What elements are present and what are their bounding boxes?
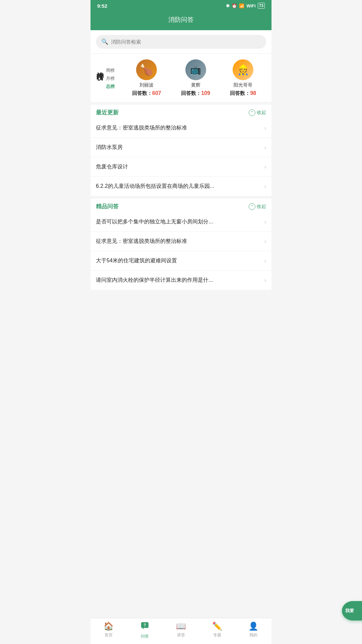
user-count-2: 回答数：109 bbox=[181, 90, 210, 97]
ranking-users: 🍗 刘丽波 回答数：607 📺 黄辉 回答数：109 👷 阳光哥哥 回答数：98 bbox=[122, 59, 266, 97]
premium-collapse-btn[interactable]: ⌃ 收起 bbox=[249, 203, 266, 210]
recent-item-1[interactable]: 征求意见：密室逃脱类场所的整治标准 › bbox=[90, 118, 272, 138]
user-name-2: 黄辉 bbox=[191, 82, 200, 88]
chevron-icon-p2: › bbox=[264, 238, 266, 245]
ranking-section: 排行榜 周榜 月榜 总榜 🍗 刘丽波 回答数：607 📺 黄辉 回答数：109 bbox=[90, 54, 272, 102]
ranking-user-3[interactable]: 👷 阳光哥哥 回答数：98 bbox=[230, 59, 256, 97]
tab-weekly[interactable]: 周榜 bbox=[106, 67, 115, 74]
ranking-user-1[interactable]: 🍗 刘丽波 回答数：607 bbox=[132, 59, 161, 97]
premium-title: 精品问答 bbox=[96, 203, 119, 210]
recent-collapse-btn[interactable]: ⌃ 收起 bbox=[249, 109, 266, 116]
wifi-icon: WiFi bbox=[246, 3, 255, 8]
premium-item-3-text: 大于54米的住宅建筑的避难间设置 bbox=[96, 257, 262, 264]
user-count-1: 回答数：607 bbox=[132, 90, 161, 97]
recent-item-2-text: 消防水泵房 bbox=[96, 144, 262, 151]
recent-collapse-label: 收起 bbox=[257, 110, 266, 116]
recent-title: 最近更新 bbox=[96, 109, 119, 116]
recent-section-header: 最近更新 ⌃ 收起 bbox=[90, 105, 272, 118]
alarm-icon: ⏰ bbox=[232, 3, 237, 8]
chevron-icon-3: › bbox=[264, 164, 266, 170]
recent-list: 征求意见：密室逃脱类场所的整治标准 › 消防水泵房 › 危废仓库设计 › 6.2… bbox=[90, 118, 272, 196]
status-time: 9:52 bbox=[97, 3, 107, 9]
ranking-big-title: 排行榜 bbox=[96, 66, 105, 68]
premium-collapse-icon: ⌃ bbox=[249, 203, 255, 210]
user-count-3: 回答数：98 bbox=[230, 90, 256, 97]
recent-item-3[interactable]: 危废仓库设计 › bbox=[90, 157, 272, 177]
ranking-left: 排行榜 周榜 月榜 总榜 bbox=[96, 66, 115, 90]
battery-icon: 73 bbox=[258, 3, 265, 9]
status-icons: ✱ ⏰ 📶 WiFi 73 bbox=[226, 3, 265, 9]
chevron-icon-p3: › bbox=[264, 258, 266, 264]
chevron-icon-p4: › bbox=[264, 277, 266, 283]
page-title: 消防问答 bbox=[168, 16, 194, 23]
premium-item-4-text: 请问室内消火栓的保护半径计算出来的作用是什... bbox=[96, 277, 262, 284]
premium-collapse-label: 收起 bbox=[257, 204, 266, 210]
recent-item-1-text: 征求意见：密室逃脱类场所的整治标准 bbox=[96, 124, 262, 131]
search-bar[interactable]: 🔍 bbox=[96, 35, 266, 49]
ranking-tabs: 周榜 月榜 总榜 bbox=[106, 66, 115, 90]
chevron-icon-p1: › bbox=[264, 219, 266, 225]
chevron-icon-4: › bbox=[264, 183, 266, 190]
premium-item-4[interactable]: 请问室内消火栓的保护半径计算出来的作用是什... › bbox=[90, 271, 272, 290]
premium-section-header: 精品问答 ⌃ 收起 bbox=[90, 199, 272, 212]
tab-total[interactable]: 总榜 bbox=[106, 83, 115, 90]
user-avatar-3: 👷 bbox=[233, 59, 253, 80]
user-name-3: 阳光哥哥 bbox=[234, 82, 252, 88]
recent-item-4[interactable]: 6.2.2的儿童活动场所包括设置在商场的儿童乐园... › bbox=[90, 177, 272, 196]
chevron-icon-2: › bbox=[264, 145, 266, 151]
chevron-icon-1: › bbox=[264, 125, 266, 131]
premium-item-1-text: 是否可以把多个集中的独立地上无窗小房间划分... bbox=[96, 218, 262, 225]
search-container: 🔍 bbox=[90, 30, 272, 53]
recent-collapse-icon: ⌃ bbox=[249, 109, 255, 116]
premium-item-3[interactable]: 大于54米的住宅建筑的避难间设置 › bbox=[90, 251, 272, 271]
user-name-1: 刘丽波 bbox=[139, 82, 154, 88]
premium-item-2-text: 征求意见：密室逃脱类场所的整治标准 bbox=[96, 238, 262, 245]
bluetooth-icon: ✱ bbox=[226, 3, 230, 8]
status-bar: 9:52 ✱ ⏰ 📶 WiFi 73 bbox=[90, 0, 272, 11]
recent-item-2[interactable]: 消防水泵房 › bbox=[90, 138, 272, 157]
signal-icon: 📶 bbox=[239, 3, 244, 8]
recent-item-3-text: 危废仓库设计 bbox=[96, 163, 262, 170]
user-avatar-1: 🍗 bbox=[136, 59, 157, 80]
search-icon: 🔍 bbox=[101, 38, 108, 45]
recent-item-4-text: 6.2.2的儿童活动场所包括设置在商场的儿童乐园... bbox=[96, 183, 262, 190]
tab-monthly[interactable]: 月榜 bbox=[106, 75, 115, 82]
page-header: 消防问答 bbox=[90, 11, 272, 30]
search-input[interactable] bbox=[111, 39, 261, 45]
premium-item-2[interactable]: 征求意见：密室逃脱类场所的整治标准 › bbox=[90, 232, 272, 251]
premium-list: 是否可以把多个集中的独立地上无窗小房间划分... › 征求意见：密室逃脱类场所的… bbox=[90, 212, 272, 290]
user-avatar-2: 📺 bbox=[185, 59, 206, 80]
premium-item-1[interactable]: 是否可以把多个集中的独立地上无窗小房间划分... › bbox=[90, 212, 272, 232]
ranking-user-2[interactable]: 📺 黄辉 回答数：109 bbox=[181, 59, 210, 97]
